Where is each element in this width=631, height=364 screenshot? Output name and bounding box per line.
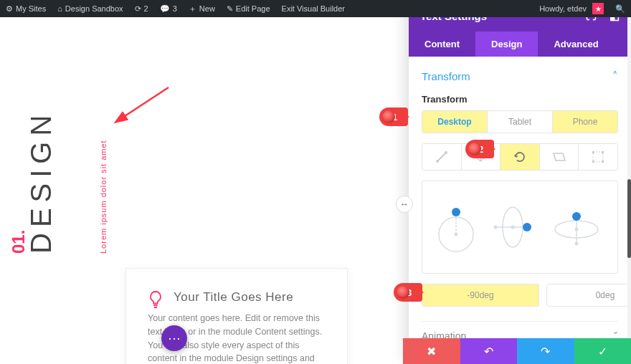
- admin-updates-count: 2: [144, 4, 148, 13]
- redo-button[interactable]: ↷: [517, 338, 574, 364]
- svg-rect-5: [592, 151, 594, 153]
- rotate-y-input[interactable]: [546, 284, 631, 307]
- rotate-y-control[interactable]: [488, 195, 538, 259]
- svg-line-0: [123, 87, 169, 118]
- network-icon: ⚙: [6, 4, 13, 14]
- svg-line-1: [437, 153, 446, 161]
- skew-icon[interactable]: [540, 144, 579, 170]
- module-fab[interactable]: ⋯: [161, 325, 187, 351]
- refresh-icon: ⟳: [135, 4, 141, 14]
- admin-updates[interactable]: ⟳ 2: [129, 4, 154, 14]
- callout-1: 1: [379, 107, 408, 126]
- tab-design[interactable]: Design: [475, 32, 538, 57]
- device-phone[interactable]: Phone: [553, 111, 617, 133]
- svg-rect-8: [602, 161, 604, 163]
- svg-rect-6: [602, 151, 604, 153]
- admin-site-label: Design Sandbox: [65, 4, 123, 13]
- tab-content[interactable]: Content: [409, 32, 475, 57]
- chevron-up-icon: ˄: [612, 70, 618, 82]
- avatar-badge: ★: [592, 3, 604, 14]
- page-canvas: 01. DESIGN Lorem ipsum dolor sit amet Yo…: [0, 17, 409, 364]
- admin-comments[interactable]: 💬 3: [154, 4, 183, 14]
- svg-rect-7: [592, 161, 594, 163]
- admin-edit-label: Edit Page: [236, 4, 270, 13]
- responsive-device-tabs: Desktop Tablet Phone: [422, 110, 618, 133]
- admin-exit-label: Exit Visual Builder: [282, 4, 345, 13]
- svg-point-15: [494, 226, 498, 229]
- transform-type-tabs: [422, 143, 618, 171]
- lightbulb-icon: [148, 290, 163, 313]
- admin-new[interactable]: ＋ New: [183, 4, 221, 14]
- content-card[interactable]: Your Title Goes Here Your content goes h…: [125, 268, 348, 364]
- device-desktop[interactable]: Desktop: [422, 111, 488, 133]
- search-icon: 🔍: [615, 4, 625, 14]
- callout-2: 2: [465, 140, 494, 158]
- transform-label: Transform: [422, 94, 618, 105]
- admin-my-sites[interactable]: ⚙ My Sites: [0, 4, 52, 14]
- panel-resize-handle[interactable]: ↔: [396, 196, 413, 213]
- save-button[interactable]: ✓: [574, 338, 632, 364]
- admin-my-sites-label: My Sites: [16, 4, 46, 13]
- undo-icon: ↶: [484, 345, 493, 358]
- undo-button[interactable]: ↶: [460, 338, 518, 364]
- svg-point-22: [572, 212, 581, 221]
- admin-exit-builder[interactable]: Exit Visual Builder: [276, 4, 351, 13]
- check-icon: ✓: [598, 345, 607, 358]
- scale-icon[interactable]: [422, 144, 462, 170]
- settings-panel: Text Settings ⛶ ◧ Content Design Advance…: [409, 0, 631, 364]
- section-subtitle: Lorem ipsum dolor sit amet: [99, 140, 108, 254]
- svg-rect-4: [593, 152, 603, 162]
- redo-icon: ↷: [541, 345, 550, 358]
- transform-values: [422, 284, 618, 307]
- plus-icon: ＋: [189, 4, 196, 14]
- pencil-icon: ✎: [227, 4, 233, 14]
- svg-point-2: [436, 160, 439, 163]
- panel-footer: ✖ ↶ ↷ ✓: [403, 338, 631, 364]
- admin-new-label: New: [199, 4, 215, 13]
- rotate-z-input[interactable]: [422, 284, 539, 307]
- section-transform-toggle[interactable]: Transform ˄: [422, 65, 618, 87]
- admin-comments-count: 3: [173, 4, 177, 13]
- card-title: Your Title Goes Here: [174, 290, 326, 305]
- home-icon: ⌂: [57, 4, 62, 13]
- admin-howdy-label: Howdy, etdev: [539, 4, 587, 13]
- close-icon: ✖: [427, 345, 436, 358]
- rotate-icon[interactable]: [500, 144, 540, 170]
- callout-3: 3: [394, 283, 422, 302]
- tab-advanced[interactable]: Advanced: [538, 32, 614, 57]
- origin-icon[interactable]: [579, 144, 617, 170]
- transform-preview[interactable]: [422, 181, 618, 274]
- comment-icon: 💬: [160, 4, 170, 14]
- rotate-x-control[interactable]: [548, 195, 605, 259]
- cancel-button[interactable]: ✖: [403, 338, 460, 364]
- admin-site-name[interactable]: ⌂ Design Sandbox: [52, 4, 128, 13]
- device-tablet[interactable]: Tablet: [488, 111, 553, 133]
- rotated-text-block[interactable]: 01. DESIGN Lorem ipsum dolor sit amet: [14, 67, 115, 254]
- section-transform-label: Transform: [422, 70, 470, 82]
- svg-point-3: [445, 151, 447, 154]
- svg-point-21: [575, 228, 579, 231]
- wp-admin-bar: ⚙ My Sites ⌂ Design Sandbox ⟳ 2 💬 3 ＋ Ne…: [0, 0, 631, 17]
- svg-point-17: [523, 223, 531, 231]
- svg-point-11: [455, 233, 458, 236]
- admin-search[interactable]: 🔍: [609, 4, 631, 14]
- rotate-z-control[interactable]: [435, 195, 478, 259]
- svg-point-12: [452, 208, 460, 216]
- admin-edit-page[interactable]: ✎ Edit Page: [221, 4, 276, 14]
- annotation-arrow: [118, 82, 176, 125]
- panel-scrollbar-track: [627, 17, 631, 338]
- admin-howdy[interactable]: Howdy, etdev ★: [533, 3, 609, 14]
- section-title: DESIGN: [25, 110, 57, 254]
- panel-tabs: Content Design Advanced: [409, 32, 631, 57]
- svg-point-20: [575, 242, 579, 246]
- svg-point-16: [511, 226, 515, 229]
- panel-scrollbar-thumb[interactable]: [627, 179, 631, 258]
- panel-body: Transform ˄ Transform Desktop Tablet Pho…: [409, 57, 631, 364]
